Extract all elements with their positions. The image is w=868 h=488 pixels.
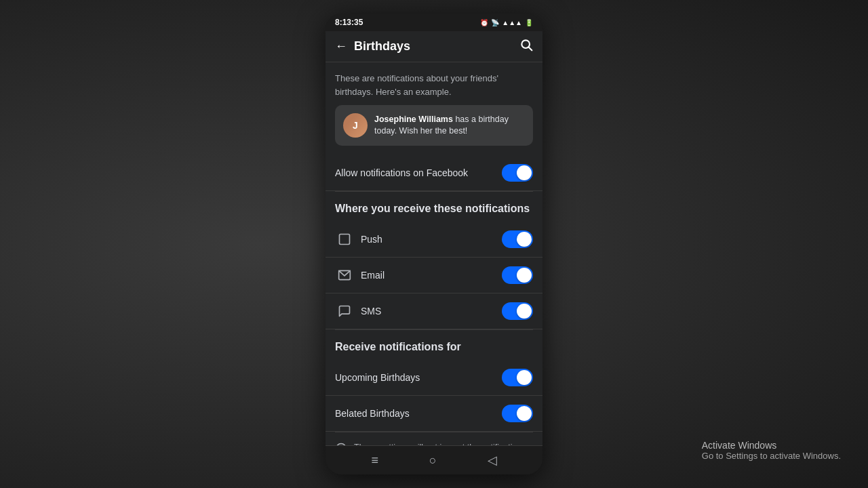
upcoming-birthdays-toggle[interactable] bbox=[502, 369, 533, 386]
activate-windows-title: Activate Windows bbox=[702, 440, 841, 451]
push-toggle[interactable] bbox=[502, 230, 533, 248]
battery-icon: 🔋 bbox=[525, 19, 533, 26]
section-where-header: Where you receive these notifications bbox=[326, 192, 542, 222]
main-content: These are notifications about your frien… bbox=[326, 62, 542, 445]
wifi-icon: ▲▲▲ bbox=[502, 19, 522, 26]
allow-notifications-label: Allow notifications on Facebook bbox=[335, 167, 502, 178]
email-icon bbox=[335, 268, 354, 282]
avatar: J bbox=[343, 113, 368, 138]
desktop-background: 8:13:35 ⏰ 📡 ▲▲▲ 🔋 ← Birthdays These are … bbox=[0, 0, 868, 488]
search-button[interactable] bbox=[519, 38, 533, 55]
description-text: These are notifications about your frien… bbox=[326, 62, 542, 105]
notification-name: Josephine Williams bbox=[374, 115, 453, 124]
status-bar: 8:13:35 ⏰ 📡 ▲▲▲ 🔋 bbox=[326, 14, 542, 31]
belated-birthdays-label: Belated Birthdays bbox=[335, 408, 502, 419]
nav-bar: ← Birthdays bbox=[326, 31, 542, 62]
status-time: 8:13:35 bbox=[335, 18, 363, 27]
belated-birthdays-toggle[interactable] bbox=[502, 405, 533, 422]
sms-label: SMS bbox=[361, 306, 502, 317]
allow-notifications-row: Allow notifications on Facebook bbox=[326, 155, 542, 191]
signal-icon: 📡 bbox=[491, 19, 499, 26]
status-icons: ⏰ 📡 ▲▲▲ 🔋 bbox=[480, 19, 533, 26]
svg-rect-2 bbox=[340, 235, 350, 245]
phone-frame: 8:13:35 ⏰ 📡 ▲▲▲ 🔋 ← Birthdays These are … bbox=[326, 14, 542, 474]
push-label: Push bbox=[361, 234, 502, 245]
bottom-nav: ≡ ○ ◁ bbox=[326, 445, 542, 474]
activate-windows-subtitle: Go to Settings to activate Windows. bbox=[702, 451, 841, 461]
bottom-nav-menu[interactable]: ≡ bbox=[371, 453, 378, 468]
notification-text: Josephine Williams has a birthday today.… bbox=[374, 114, 525, 138]
section-receive-header: Receive notifications for bbox=[326, 330, 542, 360]
push-row: Push bbox=[326, 222, 542, 258]
sms-icon bbox=[335, 304, 354, 318]
example-notification-card: J Josephine Williams has a birthday toda… bbox=[335, 105, 533, 146]
sms-toggle[interactable] bbox=[502, 302, 533, 320]
allow-notifications-toggle[interactable] bbox=[502, 164, 533, 182]
upcoming-birthdays-label: Upcoming Birthdays bbox=[335, 372, 502, 383]
sms-row: SMS bbox=[326, 293, 542, 329]
bottom-nav-home[interactable]: ○ bbox=[429, 453, 437, 468]
activate-windows-watermark: Activate Windows Go to Settings to activ… bbox=[702, 440, 841, 461]
bottom-nav-back[interactable]: ◁ bbox=[488, 453, 497, 468]
page-title: Birthdays bbox=[354, 39, 513, 54]
upcoming-birthdays-row: Upcoming Birthdays bbox=[326, 360, 542, 396]
push-icon bbox=[335, 232, 354, 246]
email-label: Email bbox=[361, 270, 502, 281]
svg-line-1 bbox=[529, 47, 532, 51]
email-toggle[interactable] bbox=[502, 266, 533, 284]
back-button[interactable]: ← bbox=[335, 39, 347, 54]
alarm-icon: ⏰ bbox=[480, 19, 488, 26]
email-row: Email bbox=[326, 258, 542, 293]
belated-birthdays-row: Belated Birthdays bbox=[326, 396, 542, 432]
info-row: These settings will not impact the notif… bbox=[326, 432, 542, 445]
